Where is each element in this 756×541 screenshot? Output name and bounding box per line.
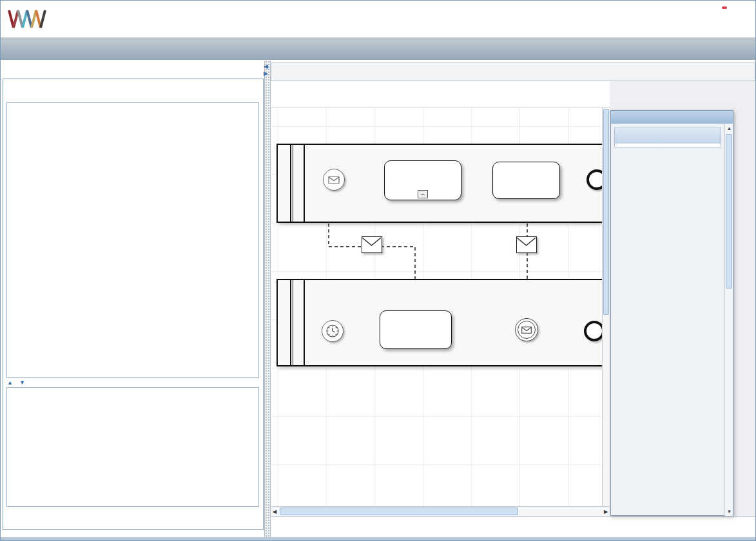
vscroll-thumb[interactable]: [603, 109, 609, 315]
main-tab-strip: [1, 37, 756, 60]
application-window: ▲ ▼ ◀ ▶: [0, 0, 756, 541]
search-icon[interactable]: [647, 12, 661, 26]
info-icon[interactable]: [539, 12, 553, 26]
directory-tree: [6, 102, 259, 378]
window-pin-icon[interactable]: [699, 113, 708, 122]
message-order[interactable]: [362, 236, 382, 253]
tools-panel-content: [611, 124, 724, 517]
app-header: [1, 1, 756, 37]
tools-scroll-up-icon[interactable]: ▲: [725, 124, 733, 133]
pool-assembler-label: [278, 280, 291, 365]
window-popout-icon[interactable]: [710, 113, 719, 122]
menu-icon[interactable]: [733, 12, 748, 26]
bell-icon: [706, 11, 721, 25]
tools-panel-titlebar[interactable]: [611, 111, 733, 124]
scroll-left-icon[interactable]: ◀: [271, 508, 278, 516]
task-create-order[interactable]: [380, 310, 452, 349]
diagram-canvas[interactable]: −: [271, 108, 602, 506]
tools-panel-scrollbar[interactable]: ▲ ▼: [724, 124, 733, 516]
hscroll-thumb[interactable]: [280, 508, 518, 515]
connections-group: [614, 128, 721, 147]
subprocess-marker[interactable]: −: [418, 190, 428, 198]
task-process-order[interactable]: −: [384, 160, 461, 200]
start-event-message[interactable]: [323, 169, 345, 191]
status-bar: [271, 516, 756, 537]
lane-production-label: [293, 280, 305, 365]
scroll-right-icon[interactable]: ▶: [602, 508, 610, 516]
window-split-icon[interactable]: [677, 113, 686, 122]
canvas-horizontal-scrollbar[interactable]: ◀ ▶: [271, 506, 610, 516]
breadcrumb[interactable]: [271, 62, 755, 81]
end-event-order-processed[interactable]: [586, 169, 602, 190]
end-event-production[interactable]: [584, 321, 602, 341]
header-icon-bar: [539, 11, 748, 28]
collapse-left-icon[interactable]: ◀: [264, 64, 271, 70]
task-send-invoice[interactable]: [492, 162, 560, 199]
splitter-up-icon[interactable]: ▲: [7, 380, 13, 386]
lane-accounts-department-label: [293, 145, 305, 222]
tools-panel: ▲ ▼: [610, 110, 733, 516]
window-close-icon[interactable]: [721, 113, 730, 122]
logo-zigzag-icon: [7, 8, 47, 31]
panel-splitter[interactable]: [264, 61, 271, 538]
user-icon[interactable]: [674, 12, 688, 26]
canvas-vertical-scrollbar[interactable]: [602, 108, 610, 506]
comment-text: [6, 387, 259, 507]
notifications-button[interactable]: [706, 11, 721, 28]
help-icon[interactable]: [620, 12, 634, 26]
message-invoice[interactable]: [516, 236, 537, 253]
tools-scroll-down-icon[interactable]: ▼: [725, 507, 733, 516]
pool-supplier-label: [278, 145, 291, 222]
window-maximize-icon[interactable]: [688, 113, 697, 122]
save-icon[interactable]: [566, 12, 580, 26]
splitter-down-icon[interactable]: ▼: [19, 380, 25, 386]
virtimo-logo: [7, 8, 59, 31]
connections-group-header[interactable]: [615, 128, 721, 144]
bottom-band: [1, 537, 756, 541]
intermediate-event-receive-invoice[interactable]: [515, 318, 538, 341]
splitter-collapse-buttons: ◀ ▶: [264, 64, 271, 77]
start-event-timer[interactable]: [322, 320, 344, 342]
refresh-icon[interactable]: [593, 12, 607, 26]
notification-badge: [722, 6, 727, 9]
diagram-toolbar: [271, 81, 610, 108]
left-panel-splitter[interactable]: ▲ ▼: [7, 380, 25, 386]
tools-scroll-thumb[interactable]: [726, 134, 732, 289]
collapse-right-icon[interactable]: ▶: [264, 71, 271, 77]
